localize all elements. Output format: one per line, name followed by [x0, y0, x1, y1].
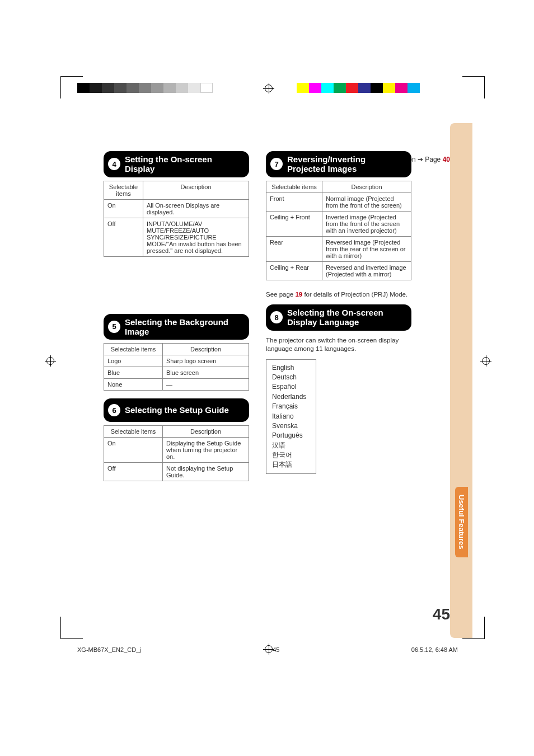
section-7-note: See page 19 for details of Projection (P… [266, 290, 411, 299]
section-7-header: 7 Reversing/Inverting Projected Images [266, 151, 411, 177]
table-row: LogoSharp logo screen [104, 355, 249, 367]
left-column: 4 Setting the On-screen Display Selectab… [104, 151, 249, 489]
table-row: OnAll On-screen Displays are displayed. [104, 199, 249, 218]
table-header: Description [322, 181, 411, 192]
side-tab-label: Useful Features [455, 487, 468, 557]
language-list-box: English Deutsch Español Nederlands Franç… [266, 359, 316, 474]
section-4-table: Selectable items Description OnAll On-sc… [104, 181, 249, 257]
table-row: BlueBlue screen [104, 367, 249, 379]
language-item: Nederlands [272, 392, 310, 402]
section-8-header: 8 Selecting the On-screen Display Langua… [266, 304, 411, 331]
section-7-table: Selectable items Description FrontNormal… [266, 181, 411, 280]
language-item: Italiano [272, 412, 310, 421]
footer-timestamp: 06.5.12, 6:48 AM [411, 646, 458, 653]
section-number-badge: 8 [270, 311, 283, 323]
language-item: 한국어 [272, 450, 310, 460]
language-item: 汉语 [272, 441, 310, 450]
language-item: Deutsch [272, 373, 310, 382]
language-item: Français [272, 402, 310, 411]
right-column: 7 Reversing/Inverting Projected Images S… [266, 151, 411, 489]
section-4-header: 4 Setting the On-screen Display [104, 151, 249, 177]
language-item: Español [272, 382, 310, 392]
side-tab-background [450, 123, 472, 638]
page-ref-link: 19 [295, 291, 302, 298]
section-number-badge: 5 [108, 321, 120, 333]
section-8-intro: The projector can switch the on-screen d… [266, 336, 411, 354]
section-number-badge: 7 [270, 158, 283, 170]
table-header: Selectable items [104, 181, 143, 199]
section-number-badge: 6 [108, 404, 120, 416]
table-row: Ceiling + FrontInverted image (Projected… [266, 211, 411, 236]
registration-mark-icon [263, 83, 274, 94]
registration-mark-icon [480, 355, 491, 367]
section-6-header: 6 Selecting the Setup Guide [104, 398, 249, 422]
print-footer: XG-MB67X_EN2_CD_j 45 06.5.12, 6:48 AM [77, 646, 458, 653]
table-header: Selectable items [266, 181, 322, 192]
table-row: RearReversed image (Projected from the r… [266, 236, 411, 261]
section-title: Reversing/Inverting Projected Images [287, 154, 406, 174]
table-row: Ceiling + RearReversed and inverted imag… [266, 261, 411, 280]
footer-page: 45 [273, 646, 279, 653]
page-number: 45 [433, 605, 450, 623]
section-title: Selecting the Background Image [125, 317, 243, 337]
section-title: Selecting the On-screen Display Language [287, 308, 406, 327]
language-item: Português [272, 431, 310, 440]
section-5-table: Selectable items Description LogoSharp l… [104, 343, 249, 391]
table-row: OffNot displaying the Setup Guide. [104, 463, 249, 481]
color-swatch-bar [297, 83, 420, 93]
section-number-badge: 4 [108, 158, 120, 170]
table-header: Selectable items [104, 426, 163, 438]
footer-doc-id: XG-MB67X_EN2_CD_j [77, 646, 141, 653]
menu-op-page-number: 40 [443, 156, 450, 163]
table-header: Description [163, 344, 249, 355]
registration-mark-icon [45, 355, 56, 367]
section-title: Setting the On-screen Display [125, 154, 243, 174]
language-item: English [272, 363, 310, 373]
section-5-header: 5 Selecting the Background Image [104, 314, 249, 340]
crop-mark [60, 617, 83, 639]
table-header: Description [143, 181, 249, 199]
section-6-table: Selectable items Description OnDisplayin… [104, 425, 249, 481]
table-header: Selectable items [104, 344, 163, 355]
greyscale-swatch-bar [77, 83, 213, 93]
crop-mark [462, 76, 485, 98]
table-row: OnDisplaying the Setup Guide when turnin… [104, 438, 249, 463]
table-header: Description [163, 426, 249, 438]
table-row: FrontNormal image (Projected from the fr… [266, 192, 411, 211]
language-item: Svenska [272, 421, 310, 431]
language-item: 日本語 [272, 460, 310, 469]
table-row: None— [104, 379, 249, 391]
table-row: OffINPUT/VOLUME/AV MUTE/FREEZE/AUTO SYNC… [104, 218, 249, 256]
section-title: Selecting the Setup Guide [125, 405, 229, 415]
